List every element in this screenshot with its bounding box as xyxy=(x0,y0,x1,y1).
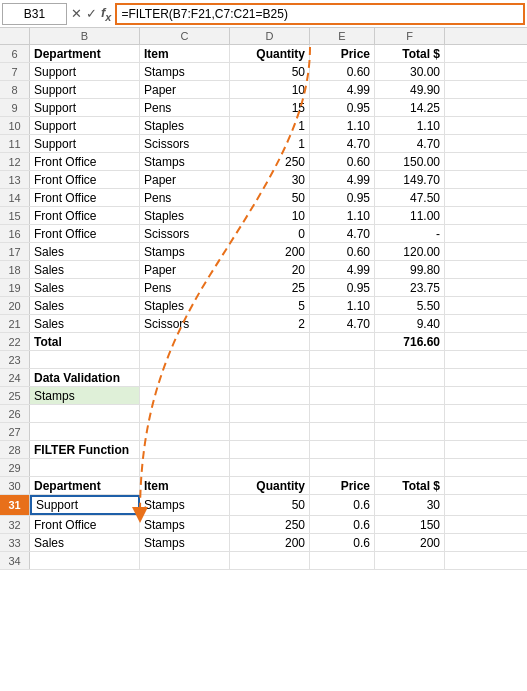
cell-d16[interactable]: 0 xyxy=(230,225,310,242)
cell-f21[interactable]: 9.40 xyxy=(375,315,445,332)
cell-f20[interactable]: 5.50 xyxy=(375,297,445,314)
cell-d30[interactable]: Quantity xyxy=(230,477,310,494)
cell-b9[interactable]: Support xyxy=(30,99,140,116)
cell-c28[interactable] xyxy=(140,441,230,458)
cell-c12[interactable]: Stamps xyxy=(140,153,230,170)
cell-d28[interactable] xyxy=(230,441,310,458)
cell-b33[interactable]: Sales xyxy=(30,534,140,551)
cell-e11[interactable]: 4.70 xyxy=(310,135,375,152)
cell-b15[interactable]: Front Office xyxy=(30,207,140,224)
cell-c10[interactable]: Staples xyxy=(140,117,230,134)
cell-e28[interactable] xyxy=(310,441,375,458)
cell-c24[interactable] xyxy=(140,369,230,386)
cell-b18[interactable]: Sales xyxy=(30,261,140,278)
cell-b24[interactable]: Data Validation xyxy=(30,369,140,386)
cell-e23[interactable] xyxy=(310,351,375,368)
cell-c14[interactable]: Pens xyxy=(140,189,230,206)
cell-f30[interactable]: Total $ xyxy=(375,477,445,494)
cell-c25[interactable] xyxy=(140,387,230,404)
cell-f14[interactable]: 47.50 xyxy=(375,189,445,206)
cell-c17[interactable]: Stamps xyxy=(140,243,230,260)
cell-b28[interactable]: FILTER Function xyxy=(30,441,140,458)
cell-e20[interactable]: 1.10 xyxy=(310,297,375,314)
cell-b19[interactable]: Sales xyxy=(30,279,140,296)
cell-d13[interactable]: 30 xyxy=(230,171,310,188)
cell-f24[interactable] xyxy=(375,369,445,386)
cell-c16[interactable]: Scissors xyxy=(140,225,230,242)
cell-b30[interactable]: Department xyxy=(30,477,140,494)
cell-b23[interactable] xyxy=(30,351,140,368)
cell-f10[interactable]: 1.10 xyxy=(375,117,445,134)
cell-c20[interactable]: Staples xyxy=(140,297,230,314)
cell-d23[interactable] xyxy=(230,351,310,368)
cell-d24[interactable] xyxy=(230,369,310,386)
cell-b17[interactable]: Sales xyxy=(30,243,140,260)
cell-d17[interactable]: 200 xyxy=(230,243,310,260)
cell-d18[interactable]: 20 xyxy=(230,261,310,278)
cell-f7[interactable]: 30.00 xyxy=(375,63,445,80)
cell-c9[interactable]: Pens xyxy=(140,99,230,116)
cell-c30[interactable]: Item xyxy=(140,477,230,494)
cell-c7[interactable]: Stamps xyxy=(140,63,230,80)
cell-c8[interactable]: Paper xyxy=(140,81,230,98)
cell-e12[interactable]: 0.60 xyxy=(310,153,375,170)
cell-b11[interactable]: Support xyxy=(30,135,140,152)
cell-b26[interactable] xyxy=(30,405,140,422)
cell-e9[interactable]: 0.95 xyxy=(310,99,375,116)
cell-f19[interactable]: 23.75 xyxy=(375,279,445,296)
cell-d6[interactable]: Quantity xyxy=(230,45,310,62)
cell-e25[interactable] xyxy=(310,387,375,404)
cell-c11[interactable]: Scissors xyxy=(140,135,230,152)
cancel-icon[interactable]: ✕ xyxy=(71,6,82,21)
cell-f25[interactable] xyxy=(375,387,445,404)
cell-f29[interactable] xyxy=(375,459,445,476)
cell-d15[interactable]: 10 xyxy=(230,207,310,224)
cell-d21[interactable]: 2 xyxy=(230,315,310,332)
cell-c27[interactable] xyxy=(140,423,230,440)
cell-b6[interactable]: Department xyxy=(30,45,140,62)
cell-c33[interactable]: Stamps xyxy=(140,534,230,551)
cell-b32[interactable]: Front Office xyxy=(30,516,140,533)
cell-e30[interactable]: Price xyxy=(310,477,375,494)
cell-b21[interactable]: Sales xyxy=(30,315,140,332)
cell-d14[interactable]: 50 xyxy=(230,189,310,206)
cell-b27[interactable] xyxy=(30,423,140,440)
cell-e10[interactable]: 1.10 xyxy=(310,117,375,134)
cell-c21[interactable]: Scissors xyxy=(140,315,230,332)
cell-e24[interactable] xyxy=(310,369,375,386)
cell-reference-box[interactable]: B31 xyxy=(2,3,67,25)
cell-d25[interactable] xyxy=(230,387,310,404)
cell-b34[interactable] xyxy=(30,552,140,569)
cell-b12[interactable]: Front Office xyxy=(30,153,140,170)
cell-c18[interactable]: Paper xyxy=(140,261,230,278)
cell-f26[interactable] xyxy=(375,405,445,422)
col-header-c[interactable]: C xyxy=(140,28,230,44)
cell-d8[interactable]: 10 xyxy=(230,81,310,98)
cell-f18[interactable]: 99.80 xyxy=(375,261,445,278)
cell-c32[interactable]: Stamps xyxy=(140,516,230,533)
cell-e29[interactable] xyxy=(310,459,375,476)
cell-c34[interactable] xyxy=(140,552,230,569)
cell-e14[interactable]: 0.95 xyxy=(310,189,375,206)
cell-b13[interactable]: Front Office xyxy=(30,171,140,188)
cell-d33[interactable]: 200 xyxy=(230,534,310,551)
cell-d22[interactable] xyxy=(230,333,310,350)
cell-e21[interactable]: 4.70 xyxy=(310,315,375,332)
cell-d9[interactable]: 15 xyxy=(230,99,310,116)
cell-b20[interactable]: Sales xyxy=(30,297,140,314)
cell-f15[interactable]: 11.00 xyxy=(375,207,445,224)
cell-b25[interactable]: Stamps xyxy=(30,387,140,404)
cell-b16[interactable]: Front Office xyxy=(30,225,140,242)
cell-f16[interactable]: - xyxy=(375,225,445,242)
col-header-e[interactable]: E xyxy=(310,28,375,44)
cell-d34[interactable] xyxy=(230,552,310,569)
cell-e13[interactable]: 4.99 xyxy=(310,171,375,188)
cell-e19[interactable]: 0.95 xyxy=(310,279,375,296)
cell-e32[interactable]: 0.6 xyxy=(310,516,375,533)
col-header-f[interactable]: F xyxy=(375,28,445,44)
cell-e18[interactable]: 4.99 xyxy=(310,261,375,278)
cell-b7[interactable]: Support xyxy=(30,63,140,80)
cell-e26[interactable] xyxy=(310,405,375,422)
cell-b10[interactable]: Support xyxy=(30,117,140,134)
cell-f9[interactable]: 14.25 xyxy=(375,99,445,116)
